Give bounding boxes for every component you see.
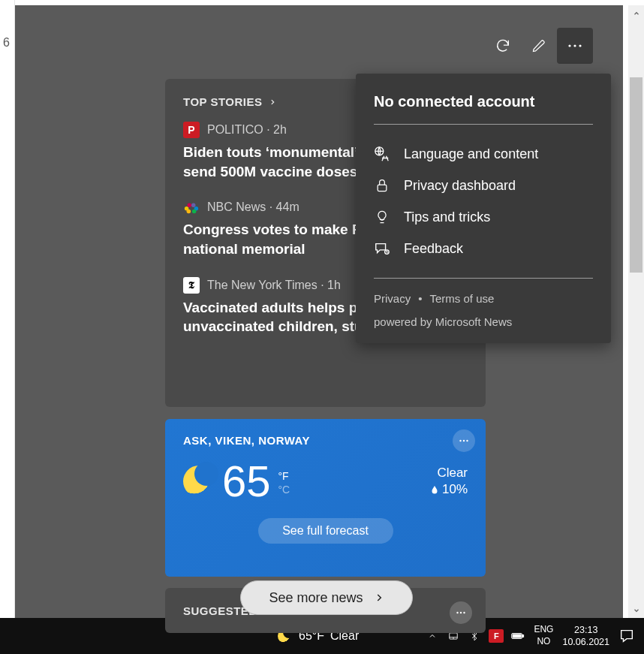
more-options-button[interactable]	[557, 28, 593, 64]
svg-point-8	[187, 209, 191, 214]
menu-item-language[interactable]: Language and content	[374, 138, 593, 170]
droplet-icon	[430, 484, 439, 495]
fsecure-tray-icon[interactable]: F	[489, 629, 504, 643]
lock-icon	[374, 177, 390, 194]
svg-point-9	[459, 440, 461, 442]
weather-card[interactable]: ASK, VIKEN, NORWAY 65 °F °C Clear 10%	[165, 419, 486, 577]
scrollbar[interactable]	[628, 5, 644, 618]
panel-toolbar	[485, 28, 593, 64]
unit-fahrenheit[interactable]: °F	[278, 470, 290, 482]
see-forecast-button[interactable]: See full forecast	[258, 518, 393, 544]
svg-point-4	[188, 203, 192, 208]
story-source: The New York Times	[207, 279, 317, 291]
ellipsis-icon	[566, 37, 584, 55]
chevron-right-icon	[374, 592, 384, 603]
story-source: NBC News	[207, 200, 266, 213]
svg-point-14	[463, 612, 465, 613]
account-menu-popup: No connected account Language and conten…	[356, 74, 611, 343]
suggested-more-button[interactable]	[450, 601, 472, 624]
lang-secondary: NO	[534, 636, 553, 648]
menu-item-feedback[interactable]: Feedback	[374, 233, 593, 264]
menu-item-label: Tips and tricks	[404, 209, 490, 225]
battery-icon[interactable]	[511, 629, 525, 643]
weather-more-button[interactable]	[453, 429, 475, 452]
language-indicator[interactable]: ENG NO	[534, 624, 553, 647]
svg-rect-20	[523, 635, 524, 637]
scrollbar-thumb[interactable]	[630, 77, 642, 273]
svg-point-1	[573, 44, 576, 47]
powered-by-label: powered by Microsoft News	[374, 315, 593, 328]
svg-point-0	[568, 44, 570, 47]
nbc-icon	[183, 199, 200, 215]
see-more-label: See more news	[269, 590, 363, 606]
window-edge: 6	[0, 0, 15, 618]
svg-point-11	[466, 440, 468, 442]
menu-item-label: Privacy dashboard	[404, 178, 516, 194]
lang-primary: ENG	[534, 624, 553, 636]
svg-rect-21	[513, 634, 521, 637]
weather-location: ASK, VIKEN, NORWAY	[183, 434, 468, 447]
story-time: 2h	[273, 123, 287, 136]
chevron-right-icon	[269, 98, 276, 106]
news-feed-panel: TOP STORIES P POLITICO · 2h Biden touts …	[15, 5, 623, 618]
privacy-link[interactable]: Privacy	[374, 292, 411, 305]
moon-icon	[183, 466, 215, 497]
unit-celsius[interactable]: °C	[278, 484, 290, 496]
section-title: TOP STORIES	[183, 95, 263, 108]
weather-condition: Clear	[430, 466, 468, 481]
menu-item-privacy[interactable]: Privacy dashboard	[374, 170, 593, 201]
politico-icon: P	[183, 122, 200, 138]
menu-item-label: Feedback	[404, 241, 463, 257]
terms-link[interactable]: Terms of use	[430, 292, 495, 305]
svg-point-12	[456, 612, 458, 613]
divider	[374, 278, 593, 279]
see-more-news-button[interactable]: See more news	[240, 580, 413, 615]
svg-point-2	[579, 44, 581, 47]
menu-title: No connected account	[374, 93, 593, 110]
language-icon	[374, 146, 390, 162]
svg-point-5	[191, 203, 196, 208]
ellipsis-icon	[454, 606, 468, 619]
clock[interactable]: 23:13 10.06.2021	[562, 624, 609, 649]
scroll-up-arrow[interactable]	[628, 5, 644, 21]
svg-point-13	[460, 612, 462, 613]
refresh-button[interactable]	[485, 28, 521, 64]
scroll-down-arrow[interactable]	[628, 602, 644, 618]
feedback-icon	[374, 240, 390, 257]
ellipsis-icon	[457, 434, 471, 448]
menu-item-label: Language and content	[404, 146, 538, 162]
edge-number: 6	[3, 36, 10, 50]
temperature-value: 65	[222, 456, 271, 506]
svg-rect-16	[378, 185, 387, 191]
forecast-label: See full forecast	[282, 524, 369, 538]
story-time: 44m	[276, 200, 299, 213]
bulb-icon	[374, 209, 390, 225]
precip-value: 10%	[442, 482, 468, 497]
time-value: 23:13	[562, 624, 609, 636]
menu-item-tips[interactable]: Tips and tricks	[374, 201, 593, 233]
story-time: 1h	[327, 279, 341, 291]
nyt-icon: 𝕿	[183, 277, 200, 294]
divider	[374, 124, 593, 125]
svg-point-7	[192, 209, 196, 214]
refresh-icon	[495, 38, 511, 54]
dot-separator: •	[418, 292, 422, 305]
pencil-icon	[531, 38, 546, 53]
edit-button[interactable]	[521, 28, 557, 64]
svg-point-10	[463, 440, 465, 442]
date-value: 10.06.2021	[562, 636, 609, 648]
story-source: POLITICO	[207, 123, 263, 136]
notifications-button[interactable]	[618, 628, 635, 644]
